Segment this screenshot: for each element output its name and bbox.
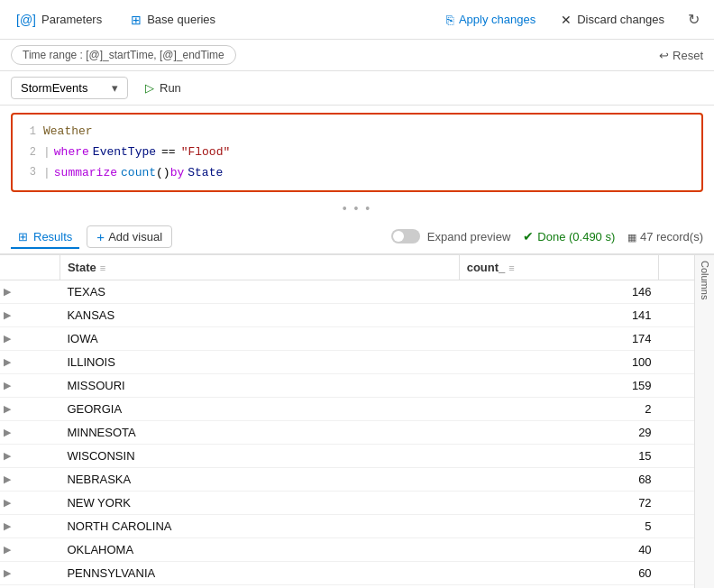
cell-state: TEXAS (60, 280, 459, 304)
row-expander[interactable]: ▶ (0, 538, 60, 562)
row-expander[interactable]: ▶ (0, 280, 60, 304)
code-line-3: 3 | summarize count () by State (13, 163, 701, 184)
reset-button[interactable]: ↩ Reset (659, 49, 703, 62)
param-icon: [@] (16, 13, 36, 27)
table-row[interactable]: ▶ GEORGIA 2 (0, 398, 714, 421)
cell-state: GEORGIA (60, 398, 459, 421)
parameters-tab[interactable]: [@] Parameters (11, 9, 107, 31)
cell-state: MINNESOTA (60, 421, 459, 445)
code-str: "Flood" (181, 143, 231, 162)
results-right: Expand preview ✔ Done (0.490 s) ▦ 47 rec… (391, 229, 703, 243)
toggle-thumb (393, 231, 404, 242)
table-row[interactable]: ▶ NORTH CAROLINA 5 (0, 515, 714, 538)
time-range-selector[interactable]: Time range : [@]_startTime, [@]_endTime (11, 45, 236, 65)
table-row[interactable]: ▶ NEBRASKA 68 (0, 468, 714, 492)
code-parens: () (156, 164, 170, 183)
toolbar-right: ⎘ Apply changes ✕ Discard changes ↻ (441, 7, 703, 32)
cell-count: 141 (459, 304, 658, 327)
cell-count: 15 (459, 445, 658, 468)
table-row[interactable]: ▶ WISCONSIN 15 (0, 445, 714, 468)
expand-preview-label: Expand preview (427, 230, 511, 243)
pipe-3: | (43, 164, 50, 183)
parameters-label: Parameters (41, 13, 102, 26)
plus-icon: + (96, 229, 105, 244)
row-expander[interactable]: ▶ (0, 492, 60, 515)
results-toolbar: ⊞ Results + Add visual Expand preview ✔ … (0, 219, 714, 255)
refresh-icon[interactable]: ↻ (684, 7, 703, 32)
cell-count: 68 (459, 468, 658, 492)
time-range-bar: Time range : [@]_startTime, [@]_endTime … (0, 40, 714, 71)
records-count-label: 47 record(s) (640, 230, 703, 243)
row-expander[interactable]: ▶ (0, 327, 60, 351)
apply-changes-button[interactable]: ⎘ Apply changes (441, 9, 541, 31)
database-selector[interactable]: StormEvents ▾ (11, 77, 128, 99)
run-label: Run (160, 81, 181, 95)
row-expander[interactable]: ▶ (0, 445, 60, 468)
cell-count: 29 (459, 421, 658, 445)
row-expander[interactable]: ▶ (0, 468, 60, 492)
chevron-down-icon: ▾ (112, 81, 118, 95)
results-tab[interactable]: ⊞ Results (11, 226, 79, 249)
code-by-field: State (188, 164, 223, 183)
row-expander[interactable]: ▶ (0, 562, 60, 585)
row-expander[interactable]: ▶ (0, 515, 60, 538)
table-row[interactable]: ▶ MISSOURI 159 (0, 374, 714, 398)
table-row[interactable]: ▶ TEXAS 146 (0, 280, 714, 304)
cell-state: KANSAS (60, 304, 459, 327)
table-body: ▶ TEXAS 146 ▶ KANSAS 141 ▶ IOWA 174 ▶ IL… (0, 280, 714, 585)
code-editor[interactable]: 1 Weather 2 | where EventType == "Flood"… (11, 113, 703, 192)
table-row[interactable]: ▶ NEW YORK 72 (0, 492, 714, 515)
table-row[interactable]: ▶ OKLAHOMA 40 (0, 538, 714, 562)
toolbar-left: [@] Parameters ⊞ Base queries (11, 9, 441, 31)
row-expander[interactable]: ▶ (0, 398, 60, 421)
columns-panel[interactable]: Columns (694, 255, 714, 588)
filter-icon-count[interactable]: ≡ (508, 262, 514, 273)
cell-count: 100 (459, 351, 658, 374)
count-col-label: count_ (467, 261, 506, 274)
done-label: Done (0.490 s) (537, 230, 615, 243)
cell-state: MISSOURI (60, 374, 459, 398)
code-kw-summarize: summarize (54, 164, 117, 183)
row-expander[interactable]: ▶ (0, 351, 60, 374)
table-container[interactable]: State ≡ count_ ≡ (0, 255, 714, 588)
done-status: ✔ Done (0.490 s) (523, 229, 615, 243)
base-queries-tab[interactable]: ⊞ Base queries (125, 9, 221, 31)
results-table: State ≡ count_ ≡ (0, 255, 714, 585)
results-tab-label: Results (33, 230, 72, 243)
table-row[interactable]: ▶ IOWA 174 (0, 327, 714, 351)
add-visual-button[interactable]: + Add visual (87, 225, 172, 248)
row-expander[interactable]: ▶ (0, 374, 60, 398)
cell-state: PENNSYLVANIA (60, 562, 459, 585)
table-row[interactable]: ▶ ILLINOIS 100 (0, 351, 714, 374)
code-line-2: 2 | where EventType == "Flood" (13, 142, 701, 163)
run-button[interactable]: ▷ Run (137, 77, 189, 99)
filter-icon-state[interactable]: ≡ (100, 262, 105, 273)
expand-preview-toggle[interactable] (391, 229, 420, 243)
table-row[interactable]: ▶ PENNSYLVANIA 60 (0, 562, 714, 585)
database-name: StormEvents (21, 81, 87, 95)
cell-state: NEBRASKA (60, 468, 459, 492)
columns-panel-label[interactable]: Columns (700, 261, 710, 299)
code-fn: count (121, 164, 156, 183)
add-visual-label: Add visual (108, 230, 162, 243)
table-icon: ⊞ (18, 230, 28, 243)
col-header-count[interactable]: count_ ≡ (459, 255, 658, 280)
discard-changes-button[interactable]: ✕ Discard changes (555, 9, 670, 31)
check-circle-icon: ✔ (523, 229, 534, 243)
row-expander[interactable]: ▶ (0, 304, 60, 327)
drag-handle[interactable]: • • • (0, 199, 714, 219)
cell-count: 72 (459, 492, 658, 515)
apply-changes-label: Apply changes (459, 13, 536, 26)
table-row[interactable]: ▶ KANSAS 141 (0, 304, 714, 327)
row-expander[interactable]: ▶ (0, 421, 60, 445)
apply-icon: ⎘ (446, 13, 453, 27)
pipe-2: | (43, 143, 50, 162)
line-num-2: 2 (20, 144, 36, 161)
query-area: StormEvents ▾ ▷ Run (0, 71, 714, 106)
table-row[interactable]: ▶ MINNESOTA 29 (0, 421, 714, 445)
table-small-icon: ▦ (627, 232, 636, 243)
col-header-state[interactable]: State ≡ (60, 255, 459, 280)
main-layout: [@] Parameters ⊞ Base queries ⎘ Apply ch… (0, 0, 714, 588)
grid-icon: ⊞ (131, 13, 142, 27)
state-col-label: State (68, 261, 96, 274)
